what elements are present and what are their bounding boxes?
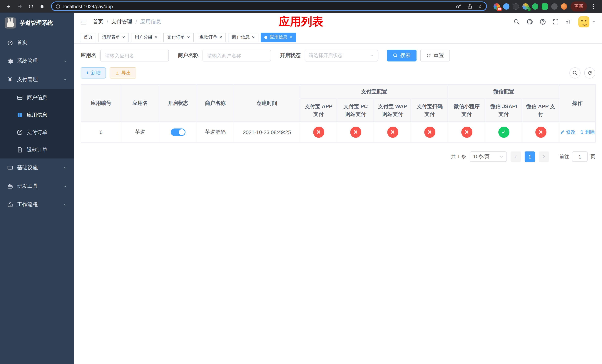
close-icon[interactable] bbox=[220, 35, 222, 40]
help-icon[interactable] bbox=[539, 19, 546, 25]
wechat-extension-icon[interactable] bbox=[532, 3, 538, 10]
cell-merchant: 芋道源码 bbox=[197, 122, 234, 142]
add-button[interactable]: 新增 bbox=[81, 67, 106, 78]
sidebar-item-home[interactable]: 首页 bbox=[0, 33, 74, 52]
edit-link[interactable]: 修改 bbox=[560, 129, 576, 135]
site-info-icon[interactable] bbox=[55, 4, 60, 9]
enabled-toggle[interactable] bbox=[171, 128, 185, 136]
group-alipay-config: 支付宝配置 bbox=[300, 85, 448, 99]
forward-icon[interactable] bbox=[15, 1, 24, 11]
export-button[interactable]: 导出 bbox=[110, 67, 136, 78]
sidebar-collapse-icon[interactable] bbox=[80, 18, 87, 25]
chevron-down-icon bbox=[63, 203, 67, 207]
cell-status bbox=[159, 122, 197, 142]
col-app-name: 应用名 bbox=[121, 85, 159, 122]
sidebar-item-label: 首页 bbox=[17, 39, 27, 46]
col-app-id: 应用编号 bbox=[81, 85, 121, 122]
page-number-1[interactable]: 1 bbox=[525, 151, 535, 162]
chevron-up-icon bbox=[63, 77, 67, 82]
search-icon[interactable] bbox=[514, 19, 520, 25]
sidebar-item-workflow[interactable]: 工作流程 bbox=[0, 195, 74, 214]
chrome-update-button[interactable]: 更新 bbox=[570, 1, 587, 11]
merchant-name-input[interactable] bbox=[203, 50, 271, 62]
home-icon[interactable] bbox=[37, 1, 47, 11]
alipay-pc-status-icon bbox=[350, 127, 361, 138]
action-toolbar: 新增 导出 bbox=[81, 67, 595, 78]
gear-icon bbox=[7, 58, 13, 64]
cell-app-id: 6 bbox=[81, 122, 121, 142]
fullscreen-icon[interactable] bbox=[552, 19, 559, 25]
status-label: 开启状态 bbox=[280, 52, 301, 59]
tab-user-group[interactable]: 用户分组 bbox=[131, 32, 161, 42]
page-title: 应用列表 bbox=[279, 14, 323, 30]
search-button[interactable]: 搜索 bbox=[387, 50, 417, 62]
refresh-table-button[interactable] bbox=[584, 67, 595, 78]
reset-button[interactable]: 重置 bbox=[420, 50, 450, 62]
toolbox-icon bbox=[7, 183, 13, 190]
sidebar-item-app-info[interactable]: 应用信息 bbox=[0, 106, 74, 124]
font-size-icon[interactable] bbox=[565, 19, 572, 25]
tab-pay-order[interactable]: 支付订单 bbox=[163, 32, 194, 42]
breadcrumb-section[interactable]: 支付管理 bbox=[111, 19, 132, 25]
app-shell: 芋道管理系统 首页 系统管理 支付管理 bbox=[0, 13, 602, 364]
close-icon[interactable] bbox=[155, 35, 157, 40]
chat-extension-icon[interactable] bbox=[542, 3, 548, 10]
goto-page-input[interactable] bbox=[572, 151, 588, 162]
yen-icon bbox=[7, 76, 13, 83]
close-icon[interactable] bbox=[122, 35, 125, 40]
browser-menu-icon[interactable] bbox=[590, 2, 596, 10]
bookmark-star-icon[interactable] bbox=[478, 3, 483, 10]
address-bar[interactable]: localhost:1024/pay/app bbox=[51, 1, 487, 11]
breadcrumb-home[interactable]: 首页 bbox=[93, 19, 103, 25]
share-icon[interactable] bbox=[467, 3, 473, 10]
app-table: 应用编号 应用名 开启状态 商户名称 创建时间 支付宝配置 微信配置 操作 支付… bbox=[81, 85, 596, 143]
col-operations: 操作 bbox=[559, 85, 595, 122]
extensions-grid-icon[interactable]: 10 bbox=[494, 3, 500, 10]
page-size-select[interactable]: 10条/页 bbox=[470, 151, 507, 162]
close-icon[interactable] bbox=[252, 35, 255, 40]
delete-link[interactable]: 删除 bbox=[579, 129, 595, 135]
toggle-search-button[interactable] bbox=[570, 67, 580, 78]
sidebar-item-system[interactable]: 系统管理 bbox=[0, 52, 74, 70]
extensions-area: 10 1 更新 bbox=[491, 1, 598, 11]
user-avatar[interactable] bbox=[578, 16, 596, 27]
monitor-icon bbox=[7, 164, 13, 171]
screen: localhost:1024/pay/app 10 1 bbox=[0, 0, 602, 364]
tab-merchant-info[interactable]: 商户信息 bbox=[228, 32, 258, 42]
col-merchant: 商户名称 bbox=[197, 85, 234, 122]
pagination: 共 1 条 10条/页 1 前往 bbox=[81, 151, 595, 162]
next-page-button[interactable] bbox=[539, 151, 549, 162]
sidebar-item-dev-tools[interactable]: 研发工具 bbox=[0, 177, 74, 195]
col-alipay-wap: 支付宝 WAP 网站支付 bbox=[374, 99, 411, 122]
close-icon[interactable] bbox=[187, 35, 190, 40]
coin-icon bbox=[16, 129, 23, 136]
pin-extension-icon[interactable] bbox=[551, 3, 558, 10]
alipay-wap-status-icon bbox=[387, 127, 398, 138]
tab-home[interactable]: 首页 bbox=[80, 32, 96, 42]
goto-suffix: 页 bbox=[591, 153, 595, 160]
sidebar-item-label: 支付订单 bbox=[27, 129, 47, 136]
drop-extension-icon[interactable] bbox=[503, 3, 509, 10]
tag-tab-bar: 首页 流程表单 用户分组 支付订单 退款订单 bbox=[74, 31, 602, 44]
tab-process-form[interactable]: 流程表单 bbox=[98, 32, 129, 42]
translate-extension-icon[interactable]: 1 bbox=[522, 3, 529, 10]
prev-page-button[interactable] bbox=[511, 151, 521, 162]
sidebar: 芋道管理系统 首页 系统管理 支付管理 bbox=[0, 13, 74, 364]
tab-refund-order[interactable]: 退款订单 bbox=[196, 32, 226, 42]
refresh-icon[interactable] bbox=[26, 1, 35, 11]
document-icon bbox=[16, 146, 23, 153]
sidebar-item-pay-order[interactable]: 支付订单 bbox=[0, 124, 74, 141]
github-icon[interactable] bbox=[527, 19, 533, 25]
tab-app-info[interactable]: 应用信息 bbox=[261, 32, 296, 42]
avatar-extension-icon[interactable] bbox=[561, 3, 567, 10]
close-icon[interactable] bbox=[290, 35, 292, 40]
sidebar-item-payment[interactable]: 支付管理 bbox=[0, 70, 74, 89]
password-key-icon[interactable] bbox=[456, 3, 462, 10]
sidebar-item-infra[interactable]: 基础设施 bbox=[0, 159, 74, 177]
back-icon[interactable] bbox=[4, 1, 13, 11]
app-name-input[interactable] bbox=[100, 50, 169, 62]
sidebar-item-refund-order[interactable]: 退款订单 bbox=[0, 141, 74, 159]
status-select[interactable]: 请选择开启状态 bbox=[305, 50, 378, 62]
dark-extension-icon[interactable] bbox=[513, 3, 519, 10]
sidebar-item-merchant-info[interactable]: 商户信息 bbox=[0, 89, 74, 106]
